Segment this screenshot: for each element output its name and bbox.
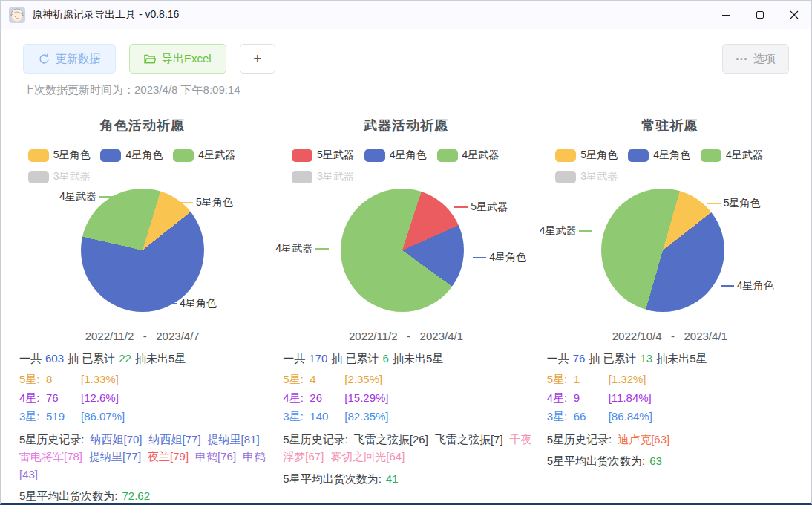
chart-column-character-event: 角色活动祈愿5星角色4星角色4星武器3星武器4星武器5星角色4星角色2022/1… [10, 106, 274, 504]
last-update-status: 上次数据更新时间为：2023/4/8 下午8:09:14 [23, 83, 789, 97]
legend-item-4星武器[interactable]: 4星武器 [437, 149, 500, 162]
star-count: 1 [574, 373, 609, 385]
stats-block: 一共603抽 已累计22抽未出5星5星:8[1.33%]4星:76[12.6%]… [10, 352, 274, 504]
pie-label-text: 4星武器 [275, 242, 312, 255]
pie-label-text: 4星武器 [540, 224, 577, 238]
total-line: 一共170抽 已累计6抽未出5星 [283, 352, 533, 366]
chart-column-standard: 常驻祈愿5星角色4星角色4星武器3星武器5星角色4星武器4星角色2022/10/… [538, 106, 802, 504]
star-count: 8 [46, 373, 81, 385]
legend-item-4星角色[interactable]: 4星角色 [364, 149, 427, 162]
pie-slice-label: 4星角色 [160, 297, 217, 310]
add-account-button[interactable]: + [240, 44, 275, 74]
legend-item-5星角色[interactable]: 5星角色 [555, 149, 618, 162]
legend-marker [100, 149, 121, 162]
minimize-button[interactable] [709, 1, 743, 29]
pie-label-text: 4星角色 [737, 279, 774, 293]
legend-label: 5星武器 [317, 149, 354, 162]
legend-marker [701, 149, 721, 162]
options-label: 选项 [753, 52, 776, 66]
star-percent: [1.33%] [81, 373, 119, 385]
star-stat-row: 5星:1[1.32%] [547, 373, 797, 387]
pie-slice-label: 5星角色 [704, 197, 761, 210]
charts-grid: 角色活动祈愿5星角色4星角色4星武器3星武器4星武器5星角色4星角色2022/1… [1, 106, 811, 504]
star-stat-row: 4星:26[15.29%] [283, 391, 533, 405]
pie-slice-label: 4星武器 [540, 224, 596, 238]
export-excel-button[interactable]: 导出Excel [129, 44, 226, 74]
chart-title: 角色活动祈愿 [10, 117, 274, 134]
pity-count: 6 [383, 352, 389, 365]
star-percent: [15.29%] [344, 391, 388, 404]
average-pity-label: 5星平均出货次数为: [19, 489, 118, 502]
options-button[interactable]: 选项 [722, 44, 789, 74]
average-pity-label: 5星平均出货次数为: [547, 454, 646, 467]
label-connector-line [579, 230, 592, 232]
chart-column-weapon-event: 武器活动祈愿5星武器4星角色4星武器3星武器5星武器4星角色4星武器2022/1… [274, 106, 537, 504]
history-entry: 申鹤[76] [195, 450, 236, 463]
star-percent: [11.84%] [609, 391, 652, 404]
plus-icon: + [253, 50, 261, 67]
legend-item-3星武器[interactable]: 3星武器 [292, 170, 354, 183]
history-entry: 提纳里[77] [89, 450, 141, 463]
last-update-label: 上次数据更新时间为： [23, 83, 134, 96]
legend-item-5星武器[interactable]: 5星武器 [292, 149, 354, 162]
stats-block: 一共76抽 已累计13抽未出5星5星:1[1.32%]4星:9[11.84%]3… [538, 352, 802, 469]
five-star-history: 5星历史记录:迪卢克[63] [547, 431, 797, 448]
pie-chart-weapon-event[interactable] [341, 189, 464, 312]
star-count: 76 [46, 391, 81, 404]
toolbar: 更新数据 导出Excel + 选项 [23, 44, 789, 74]
refresh-icon [39, 53, 50, 65]
legend-item-3星武器[interactable]: 3星武器 [28, 170, 91, 183]
star-stat-row: 5星:4[2.35%] [283, 373, 533, 387]
update-data-button[interactable]: 更新数据 [23, 44, 116, 74]
star-stat-row: 5星:8[1.33%] [19, 373, 269, 387]
legend-item-4星角色[interactable]: 4星角色 [628, 149, 690, 162]
folder-icon [144, 53, 156, 65]
label-connector-line [163, 303, 177, 304]
star-count: 140 [310, 410, 344, 423]
history-entry: 雷电将军[78] [19, 450, 82, 463]
five-star-history: 5星历史记录:飞雷之弦振[26]飞雷之弦振[7]千夜浮梦[67]雾切之回光[64… [283, 431, 533, 466]
total-line-text: 抽未出5星 [135, 352, 186, 365]
star-stat-row: 3星:140[82.35%] [283, 410, 533, 424]
legend-item-5星角色[interactable]: 5星角色 [28, 149, 91, 162]
label-connector-line [180, 202, 193, 203]
pie-label-text: 5星角色 [196, 196, 233, 209]
star-label: 3星: [19, 410, 46, 424]
window-title: 原神祈愿记录导出工具 - v0.8.16 [32, 8, 179, 22]
star-label: 5星: [283, 373, 310, 387]
legend-marker [555, 171, 576, 183]
history-entry: 纳西妲[77] [149, 433, 201, 446]
last-update-time: 2023/4/8 下午8:09:14 [134, 83, 240, 96]
pie-label-text: 4星角色 [180, 297, 217, 310]
legend: 5星角色4星角色4星武器3星武器 [555, 149, 784, 183]
star-count: 519 [46, 410, 81, 423]
date-range: 2022/11/2 - 2023/4/1 [274, 330, 537, 342]
pie-label-text: 5星武器 [471, 201, 508, 214]
legend-label: 4星武器 [462, 149, 500, 162]
total-line: 一共76抽 已累计13抽未出5星 [547, 352, 797, 366]
close-button[interactable] [777, 1, 811, 29]
maximize-button[interactable] [743, 1, 777, 29]
legend-label: 3星武器 [580, 170, 618, 183]
total-line-text: 一共 [547, 352, 569, 365]
history-entry: 雾切之回光[64] [330, 450, 405, 463]
export-excel-label: 导出Excel [162, 52, 212, 66]
legend-marker [364, 149, 385, 162]
legend-item-4星角色[interactable]: 4星角色 [100, 149, 163, 162]
star-percent: [1.32%] [609, 373, 646, 385]
label-connector-line [721, 285, 734, 287]
history-label: 5星历史记录: [547, 433, 612, 446]
history-label: 5星历史记录: [19, 433, 85, 446]
pie-label-text: 4星武器 [59, 190, 96, 203]
legend-marker [28, 171, 49, 183]
pity-count: 22 [119, 352, 131, 365]
star-label: 4星: [283, 391, 310, 405]
star-label: 5星: [19, 373, 46, 387]
legend-item-4星武器[interactable]: 4星武器 [173, 149, 235, 162]
total-line-text: 抽 已累计 [589, 352, 636, 365]
average-pity-value: 41 [386, 472, 399, 485]
legend-item-4星武器[interactable]: 4星武器 [701, 149, 763, 162]
star-label: 3星: [283, 410, 310, 424]
legend-item-3星武器[interactable]: 3星武器 [555, 170, 618, 183]
star-percent: [86.07%] [81, 410, 125, 423]
